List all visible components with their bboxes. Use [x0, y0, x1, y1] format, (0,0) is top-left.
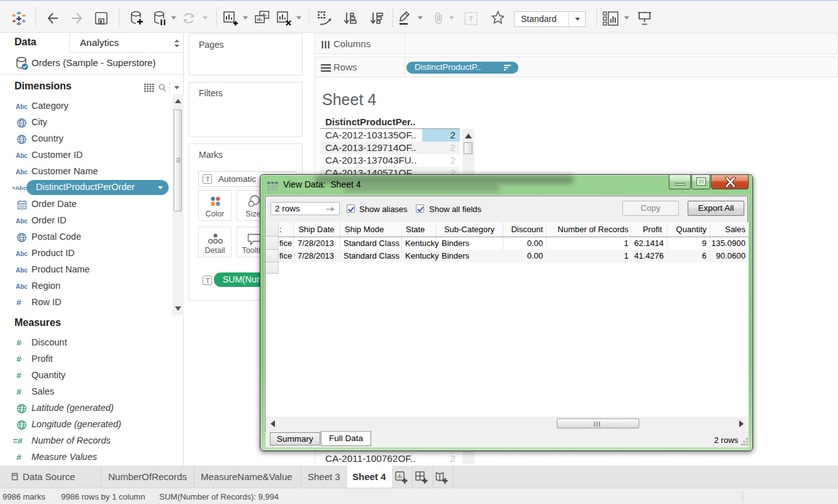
svg-text:T: T	[469, 15, 473, 23]
